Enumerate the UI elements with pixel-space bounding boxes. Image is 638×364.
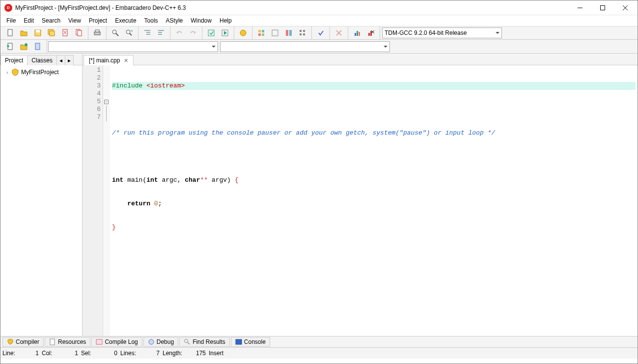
status-col-value: 1 bbox=[56, 350, 80, 357]
svg-rect-4 bbox=[8, 29, 12, 36]
svg-rect-31 bbox=[258, 33, 261, 36]
tab-classes[interactable]: Classes bbox=[27, 55, 57, 65]
project-tree: › MyFirstProject bbox=[0, 65, 82, 336]
svg-line-17 bbox=[116, 33, 118, 36]
menu-project[interactable]: Project bbox=[85, 16, 111, 25]
toolbar-btn-a[interactable] bbox=[269, 27, 281, 39]
console-icon bbox=[235, 338, 242, 345]
tab-debug[interactable]: Debug bbox=[143, 337, 178, 347]
add-to-project-icon[interactable] bbox=[18, 41, 30, 53]
menu-search[interactable]: Search bbox=[38, 16, 64, 25]
tab-project[interactable]: Project bbox=[0, 55, 28, 65]
open-file-icon[interactable] bbox=[18, 27, 30, 39]
line-number-gutter: 1 2 3 4 5 6 7 bbox=[83, 65, 103, 336]
save-icon[interactable] bbox=[32, 27, 44, 39]
new-file-icon[interactable] bbox=[4, 27, 16, 39]
svg-rect-37 bbox=[303, 30, 305, 32]
svg-rect-39 bbox=[303, 33, 305, 35]
compile-icon[interactable] bbox=[205, 27, 217, 39]
menu-view[interactable]: View bbox=[64, 16, 85, 25]
menu-execute[interactable]: Execute bbox=[111, 16, 140, 25]
toolbar-btn-b[interactable] bbox=[283, 27, 295, 39]
maximize-button[interactable] bbox=[591, 0, 614, 15]
debug-icon[interactable] bbox=[315, 27, 327, 39]
print-icon[interactable] bbox=[91, 27, 103, 39]
close-file-icon[interactable] bbox=[59, 27, 71, 39]
svg-rect-53 bbox=[35, 43, 40, 50]
profile-icon[interactable] bbox=[351, 27, 363, 39]
expand-icon[interactable]: › bbox=[6, 70, 11, 75]
svg-point-56 bbox=[149, 339, 154, 344]
unindent-icon[interactable] bbox=[155, 27, 167, 39]
status-lines-value: 7 bbox=[138, 350, 162, 357]
compile-run-icon[interactable] bbox=[237, 27, 249, 39]
code-editor[interactable]: 1 2 3 4 5 6 7 − #include <iostream> / bbox=[83, 65, 638, 336]
tree-root-item[interactable]: › MyFirstProject bbox=[2, 67, 80, 77]
secondary-toolbar bbox=[0, 40, 638, 54]
run-icon[interactable] bbox=[219, 27, 231, 39]
tab-resources[interactable]: Resources bbox=[45, 337, 90, 347]
menu-window[interactable]: Window bbox=[187, 16, 216, 25]
tab-nav-right[interactable]: ▸ bbox=[65, 55, 74, 65]
svg-rect-14 bbox=[94, 32, 100, 35]
svg-rect-55 bbox=[96, 339, 102, 344]
toolbar-btn-c[interactable] bbox=[297, 27, 308, 39]
find-icon[interactable] bbox=[110, 27, 121, 39]
main-toolbar: TDM-GCC 9.2.0 64-bit Release bbox=[0, 26, 638, 40]
code-content[interactable]: #include <iostream> /* run this program … bbox=[110, 65, 638, 336]
compiler-dropdown[interactable]: TDM-GCC 9.2.0 64-bit Release bbox=[382, 28, 502, 38]
log-icon bbox=[96, 338, 103, 345]
sidebar: Project Classes ◂ ▸ › MyFirstProject bbox=[0, 54, 83, 336]
svg-rect-43 bbox=[357, 31, 358, 36]
delete-profile-icon[interactable] bbox=[365, 27, 377, 39]
tab-find-results[interactable]: Find Results bbox=[179, 337, 230, 347]
minimize-button[interactable] bbox=[569, 0, 591, 15]
new-project-file-icon[interactable] bbox=[4, 41, 16, 53]
tab-compile-log[interactable]: Compile Log bbox=[91, 337, 142, 347]
indent-icon[interactable] bbox=[141, 27, 153, 39]
remove-from-project-icon[interactable] bbox=[32, 41, 44, 53]
output-tabs: Compiler Resources Compile Log Debug Fin… bbox=[0, 336, 638, 348]
svg-point-57 bbox=[185, 339, 188, 343]
rebuild-all-icon[interactable] bbox=[255, 27, 267, 39]
svg-rect-35 bbox=[289, 30, 292, 36]
tab-console[interactable]: Console bbox=[231, 337, 270, 347]
svg-rect-34 bbox=[286, 30, 288, 36]
close-button[interactable] bbox=[614, 0, 637, 15]
status-line-value: 1 bbox=[17, 350, 41, 357]
function-combo[interactable] bbox=[220, 41, 390, 52]
replace-icon[interactable] bbox=[123, 27, 135, 39]
svg-point-52 bbox=[25, 43, 28, 46]
status-bar: Line:1 Col:1 Sel:0 Lines:7 Length:175 In… bbox=[0, 348, 638, 359]
tab-nav-left[interactable]: ◂ bbox=[56, 55, 65, 65]
app-icon: D bbox=[4, 4, 12, 12]
page-icon bbox=[49, 338, 56, 345]
status-line-label: Line: bbox=[2, 350, 17, 357]
save-all-icon[interactable] bbox=[46, 27, 57, 39]
tab-compiler[interactable]: Compiler bbox=[2, 337, 44, 347]
stop-icon[interactable] bbox=[333, 27, 345, 39]
status-sel-label: Sel: bbox=[81, 350, 96, 357]
menu-astyle[interactable]: AStyle bbox=[162, 16, 187, 25]
svg-rect-30 bbox=[262, 30, 264, 32]
svg-point-18 bbox=[126, 30, 130, 34]
undo-icon[interactable] bbox=[173, 27, 185, 39]
svg-rect-33 bbox=[272, 30, 278, 36]
svg-line-58 bbox=[188, 342, 190, 344]
status-length-value: 175 bbox=[184, 350, 208, 357]
menu-edit[interactable]: Edit bbox=[20, 16, 38, 25]
close-all-icon[interactable] bbox=[73, 27, 85, 39]
menu-tools[interactable]: Tools bbox=[140, 16, 162, 25]
svg-rect-1 bbox=[601, 5, 605, 10]
fold-icon[interactable]: − bbox=[104, 100, 109, 104]
menu-help[interactable]: Help bbox=[216, 16, 236, 25]
svg-rect-6 bbox=[36, 30, 40, 32]
redo-icon[interactable] bbox=[187, 27, 199, 39]
close-icon[interactable]: ✕ bbox=[124, 57, 128, 64]
chevron-down-icon bbox=[212, 46, 216, 48]
menu-file[interactable]: File bbox=[2, 16, 20, 25]
class-combo[interactable] bbox=[48, 41, 218, 52]
editor-tab-maincpp[interactable]: [*] main.cpp ✕ bbox=[83, 55, 134, 65]
svg-rect-32 bbox=[262, 33, 264, 36]
fold-gutter: − bbox=[103, 65, 110, 336]
